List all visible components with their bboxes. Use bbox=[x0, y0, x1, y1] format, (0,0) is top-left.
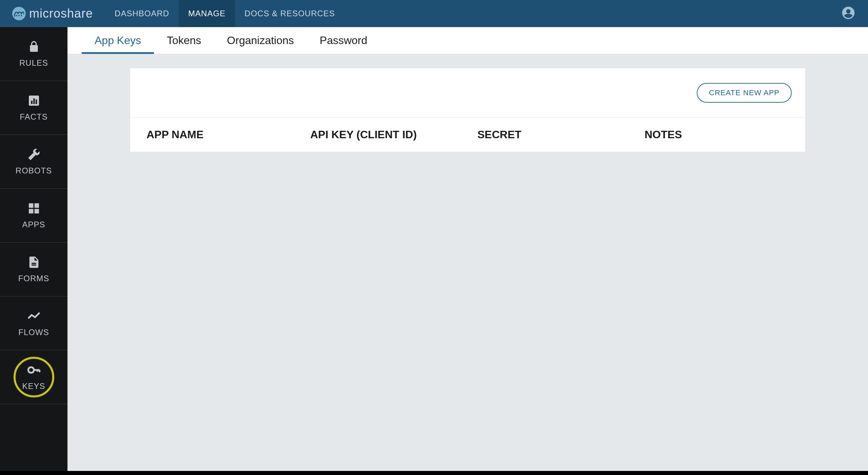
sidebar-item-apps[interactable]: APPS bbox=[0, 189, 67, 243]
user-menu[interactable] bbox=[841, 5, 856, 22]
tab-label: Password bbox=[320, 34, 368, 47]
sidebar-item-label: FLOWS bbox=[18, 328, 49, 337]
file-icon bbox=[27, 255, 41, 269]
tab-organizations[interactable]: Organizations bbox=[214, 27, 307, 54]
col-header-app-name: APP NAME bbox=[146, 128, 310, 141]
panel: CREATE NEW APP APP NAME API KEY (CLIENT … bbox=[130, 68, 806, 152]
brand[interactable]: microshare bbox=[12, 6, 93, 21]
tab-password[interactable]: Password bbox=[307, 27, 380, 54]
sidebar-item-label: APPS bbox=[22, 220, 45, 229]
svg-rect-6 bbox=[36, 100, 37, 104]
sidebar-item-rules[interactable]: RULES bbox=[0, 27, 67, 81]
col-header-secret: SECRET bbox=[477, 128, 645, 141]
sidebar-item-forms[interactable]: FORMS bbox=[0, 243, 67, 296]
key-icon bbox=[27, 363, 41, 377]
tab-label: Organizations bbox=[227, 34, 294, 47]
sidebar-item-flows[interactable]: FLOWS bbox=[0, 296, 67, 350]
svg-rect-5 bbox=[33, 98, 35, 104]
tab-app-keys[interactable]: App Keys bbox=[82, 27, 154, 54]
sidebar-item-label: KEYS bbox=[22, 381, 45, 391]
topnav-item-docs[interactable]: DOCS & RESOURCES bbox=[235, 0, 344, 27]
bar-chart-icon bbox=[27, 94, 41, 107]
svg-rect-4 bbox=[31, 101, 32, 104]
topnav-item-manage[interactable]: MANAGE bbox=[179, 0, 235, 27]
svg-point-13 bbox=[28, 367, 34, 373]
sidebar-item-keys[interactable]: KEYS bbox=[0, 350, 67, 404]
sidebar-item-label: ROBOTS bbox=[16, 166, 52, 175]
tab-label: App Keys bbox=[95, 34, 141, 47]
tab-label: Tokens bbox=[167, 34, 201, 47]
panel-toolbar: CREATE NEW APP bbox=[130, 68, 805, 118]
svg-rect-10 bbox=[34, 209, 39, 213]
tabs: App Keys Tokens Organizations Password bbox=[67, 27, 868, 54]
user-icon bbox=[841, 5, 856, 20]
sidebar-item-facts[interactable]: FACTS bbox=[0, 81, 67, 135]
col-header-api-key: API KEY (CLIENT ID) bbox=[310, 128, 477, 141]
sidebar-item-label: RULES bbox=[19, 58, 48, 68]
svg-rect-11 bbox=[32, 263, 36, 264]
apps-grid-icon bbox=[27, 202, 41, 215]
col-header-notes: NOTES bbox=[645, 128, 789, 141]
svg-point-0 bbox=[16, 15, 17, 16]
svg-rect-8 bbox=[34, 203, 39, 208]
svg-rect-7 bbox=[29, 203, 33, 208]
sidebar: RULES FACTS ROBOTS bbox=[0, 27, 67, 471]
svg-point-1 bbox=[18, 15, 20, 16]
topnav-label: DASHBOARD bbox=[115, 9, 169, 18]
wrench-icon bbox=[27, 148, 41, 161]
svg-rect-9 bbox=[29, 209, 33, 213]
lock-icon bbox=[27, 40, 41, 54]
sidebar-item-label: FORMS bbox=[18, 274, 50, 283]
tab-tokens[interactable]: Tokens bbox=[154, 27, 214, 54]
sidebar-item-robots[interactable]: ROBOTS bbox=[0, 135, 67, 189]
brand-logo-icon bbox=[12, 7, 26, 20]
svg-point-2 bbox=[21, 15, 22, 16]
topbar-left: microshare DASHBOARD MANAGE DOCS & RESOU… bbox=[12, 0, 344, 27]
topnav-item-dashboard[interactable]: DASHBOARD bbox=[105, 0, 179, 27]
main: App Keys Tokens Organizations Password C… bbox=[67, 27, 868, 471]
content: CREATE NEW APP APP NAME API KEY (CLIENT … bbox=[67, 54, 868, 471]
table-header: APP NAME API KEY (CLIENT ID) SECRET NOTE… bbox=[130, 118, 805, 152]
topnav-label: DOCS & RESOURCES bbox=[244, 9, 335, 18]
bottom-bar bbox=[0, 471, 868, 475]
topbar: microshare DASHBOARD MANAGE DOCS & RESOU… bbox=[0, 0, 868, 27]
topnav-label: MANAGE bbox=[188, 9, 225, 18]
trend-icon bbox=[27, 309, 41, 323]
topnav: DASHBOARD MANAGE DOCS & RESOURCES bbox=[105, 0, 344, 27]
create-new-app-button[interactable]: CREATE NEW APP bbox=[697, 83, 792, 103]
svg-rect-12 bbox=[32, 265, 36, 266]
button-label: CREATE NEW APP bbox=[709, 88, 780, 97]
sidebar-item-label: FACTS bbox=[20, 112, 47, 122]
brand-text: microshare bbox=[29, 6, 93, 21]
